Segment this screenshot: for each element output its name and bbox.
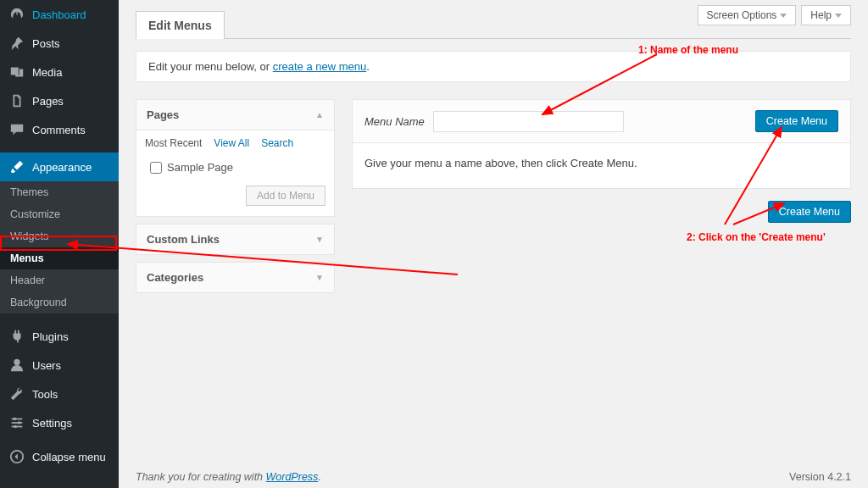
svg-point-6: [14, 425, 17, 429]
metabox-categories: Categories▼: [136, 262, 335, 293]
footer-text: .: [318, 471, 320, 483]
annotation-1-text: 1: Name of the menu: [638, 44, 738, 56]
label: Plugins: [32, 330, 69, 343]
sidebar-tools[interactable]: Tools: [0, 380, 119, 408]
label: Settings: [32, 417, 72, 430]
create-new-menu-link[interactable]: create a new menu: [273, 60, 367, 73]
sidebar-posts[interactable]: Posts: [0, 29, 119, 58]
label: Screen Options: [707, 9, 777, 21]
user-icon: [8, 357, 25, 374]
dashboard-icon: [8, 6, 25, 23]
metabox-custom-links-toggle[interactable]: Custom Links▼: [136, 225, 334, 254]
menu-name-label: Menu Name: [364, 115, 425, 128]
sidebar-sub-themes[interactable]: Themes: [0, 181, 119, 203]
edit-notice: Edit your menu below, or create a new me…: [136, 51, 851, 82]
annotation-2-text: 2: Click on the 'Create menu': [687, 231, 826, 243]
menu-hint: Give your menu a name above, then click …: [353, 143, 850, 188]
sidebar-appearance[interactable]: Appearance: [0, 152, 119, 181]
label: Comments: [32, 124, 86, 136]
label: Tools: [32, 388, 58, 401]
metabox-pages-toggle[interactable]: Pages▲: [136, 100, 334, 130]
sidebar-sub-header[interactable]: Header: [0, 269, 119, 291]
menu-editor: Menu Name Create Menu Give your menu a n…: [352, 99, 851, 189]
tab-edit-menus[interactable]: Edit Menus: [136, 11, 225, 39]
sidebar-users[interactable]: Users: [0, 351, 119, 380]
chevron-down-icon: [780, 14, 787, 18]
svg-point-0: [14, 359, 19, 365]
sidebar-media[interactable]: Media: [0, 58, 119, 86]
version-text: Version 4.2.1: [789, 471, 851, 483]
label: Pages: [147, 108, 179, 121]
pages-icon: [8, 92, 25, 109]
menu-name-input[interactable]: [433, 111, 624, 132]
sidebar-dashboard[interactable]: Dashboard: [0, 0, 119, 29]
settings-icon: [8, 414, 25, 431]
admin-sidebar: Dashboard Posts Media Pages Comments App…: [0, 0, 119, 488]
label: Dashboard: [32, 8, 86, 21]
chevron-up-icon: ▲: [315, 110, 324, 119]
svg-point-5: [18, 421, 21, 424]
page-checkbox[interactable]: [150, 162, 162, 174]
page-item-sample[interactable]: Sample Page: [145, 158, 326, 177]
plug-icon: [8, 328, 25, 345]
metabox-custom-links: Custom Links▼: [136, 224, 335, 255]
sidebar-sub-background[interactable]: Background: [0, 291, 119, 313]
label: Collapse menu: [32, 451, 106, 463]
label: Pages: [32, 95, 64, 108]
screen-options-button[interactable]: Screen Options: [698, 5, 797, 25]
comment-icon: [8, 121, 25, 138]
sidebar-pages[interactable]: Pages: [0, 86, 119, 115]
admin-footer: Thank you for creating with WordPress. V…: [136, 471, 851, 483]
sidebar-plugins[interactable]: Plugins: [0, 322, 119, 351]
wrench-icon: [8, 385, 25, 402]
label: Appearance: [32, 161, 92, 174]
label: Sample Page: [167, 161, 233, 174]
create-menu-button-bottom[interactable]: Create Menu: [768, 201, 851, 223]
notice-text: .: [366, 60, 370, 73]
notice-text: Edit your menu below, or: [148, 60, 273, 73]
label: Help: [810, 9, 832, 21]
main-content: Screen Options Help Edit Menus Edit your…: [119, 0, 868, 488]
label: Media: [32, 66, 62, 79]
label: Categories: [147, 271, 203, 284]
sidebar-sub-customize[interactable]: Customize: [0, 203, 119, 225]
add-to-menu-button: Add to Menu: [246, 186, 326, 206]
sidebar-sub-menus[interactable]: Menus: [0, 247, 119, 269]
menu-editor-column: Menu Name Create Menu Give your menu a n…: [352, 99, 851, 300]
wordpress-link[interactable]: WordPress: [266, 471, 319, 483]
metabox-pages: Pages▲ Most Recent View All Search Sampl…: [136, 99, 335, 217]
pages-tab-recent[interactable]: Most Recent: [145, 137, 202, 149]
pin-icon: [8, 35, 25, 52]
sidebar-settings[interactable]: Settings: [0, 408, 119, 437]
label: Users: [32, 359, 61, 372]
pages-tab-viewall[interactable]: View All: [214, 137, 249, 149]
metabox-column: Pages▲ Most Recent View All Search Sampl…: [136, 99, 335, 300]
label: Custom Links: [147, 233, 220, 246]
sidebar-sub-widgets[interactable]: Widgets: [0, 225, 119, 247]
brush-icon: [8, 158, 25, 175]
media-icon: [8, 64, 25, 80]
create-menu-button-top[interactable]: Create Menu: [755, 110, 838, 132]
chevron-down-icon: ▼: [315, 273, 324, 282]
metabox-categories-toggle[interactable]: Categories▼: [136, 263, 334, 292]
chevron-down-icon: [835, 14, 842, 18]
svg-point-4: [14, 418, 17, 421]
sidebar-comments[interactable]: Comments: [0, 115, 119, 144]
footer-text: Thank you for creating with: [136, 471, 266, 483]
help-button[interactable]: Help: [801, 5, 851, 25]
collapse-icon: [8, 448, 25, 465]
label: Posts: [32, 37, 60, 50]
pages-tab-search[interactable]: Search: [261, 137, 293, 149]
sidebar-collapse[interactable]: Collapse menu: [0, 442, 119, 471]
chevron-down-icon: ▼: [315, 235, 324, 244]
